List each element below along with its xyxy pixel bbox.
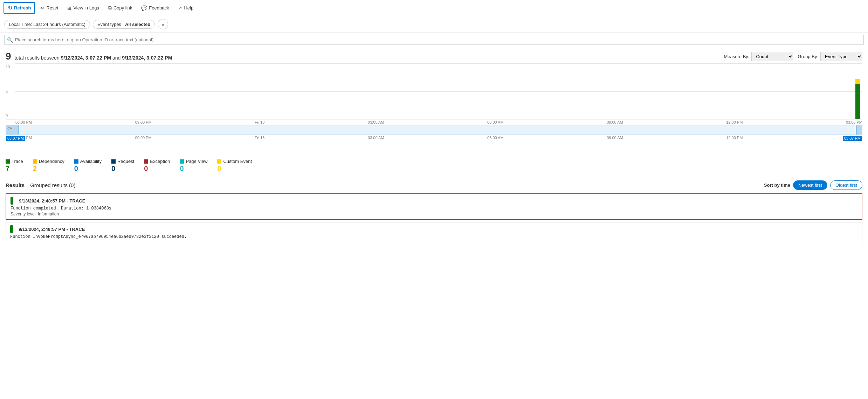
feedback-icon: 💬 (141, 5, 147, 11)
group-by-dropdown[interactable]: Event Type (820, 52, 862, 61)
result-item-0[interactable]: 9/13/2024, 2:48:57 PM - TRACE Function c… (6, 193, 862, 220)
scrubber-icon: ⟳ (7, 125, 12, 132)
feedback-label: Feedback (149, 5, 169, 11)
grid-line-top (15, 63, 862, 64)
measure-by-label: Measure By: (724, 54, 749, 59)
chart-xaxis: 06:00 PM 09:00 PM Fri 13 03:00 AM 06:00 … (6, 119, 862, 124)
search-bar: 🔍 (0, 33, 868, 47)
reset-button[interactable]: ↩ Reset (36, 3, 62, 13)
legend-item-availability: Availability 0 (74, 159, 102, 173)
copy-icon: ⧉ (108, 5, 112, 11)
help-label: Help (184, 5, 193, 11)
legend-item-dependency: Dependency 2 (33, 159, 64, 173)
copy-link-label: Copy link (113, 5, 132, 11)
chart-bar-yellow (855, 79, 860, 84)
help-icon: ↗ (178, 5, 182, 11)
filter-options-button[interactable]: ⬦ (158, 19, 168, 29)
scrubber-right-handle[interactable] (856, 125, 862, 135)
filter-funnel-icon: ⬦ (161, 21, 164, 27)
refresh-label: Refresh (14, 5, 31, 11)
grid-line-mid (15, 91, 862, 92)
chart-container: 10 5 0 06:00 PM 09:00 PM Fri 13 03:00 AM… (0, 63, 868, 124)
legend-item-custom-event: Custom Event 0 (217, 159, 252, 173)
search-wrapper: 🔍 (4, 35, 864, 45)
event-types-value: All selected (125, 22, 150, 27)
oldest-first-button[interactable]: Oldest first (830, 180, 862, 190)
legend-item-page-view: Page View 0 (180, 159, 207, 173)
time-filter-pill[interactable]: Local Time: Last 24 hours (Automatic) (4, 20, 90, 29)
time-label-start: 03:07 PM (6, 136, 25, 141)
feedback-button[interactable]: 💬 Feedback (137, 3, 173, 13)
results-title: Results Grouped results (0) (6, 182, 75, 188)
chart-area[interactable] (15, 63, 862, 119)
summary-row: 9 total results between 9/12/2024, 3:07:… (0, 47, 868, 63)
results-title-label: Results (6, 182, 25, 188)
view-in-logs-label: View in Logs (73, 5, 99, 11)
group-by-group: Group By: Event Type (798, 52, 862, 61)
chart-yaxis: 10 5 0 (6, 63, 15, 119)
results-list: 9/13/2024, 2:48:57 PM - TRACE Function c… (6, 193, 862, 243)
summary-description: total results between (14, 55, 59, 61)
refresh-icon: ↻ (8, 5, 12, 11)
reset-icon: ↩ (40, 5, 44, 11)
sort-group: Sort by time Newest first Oldest first (764, 180, 862, 190)
search-icon: 🔍 (7, 37, 13, 43)
timeline-scrubber[interactable]: ⟳ 03:07 PM 03:07 PM (6, 125, 862, 135)
scrubber-left-handle[interactable]: ⟳ (6, 125, 19, 135)
chart-main[interactable]: 10 5 0 (6, 63, 862, 119)
time-label-end: 03:07 PM (843, 136, 862, 141)
legend-item-trace: Trace 7 (6, 159, 23, 173)
legend-item-request: Request 0 (111, 159, 134, 173)
group-by-label: Group By: (798, 54, 818, 59)
summary-end-time: 9/13/2024, 3:07:22 PM (122, 55, 172, 61)
scrubber-xaxis: 06:00 PM 09:00 PM Fri 13 03:00 AM 06:00 … (6, 135, 862, 140)
reset-label: Reset (46, 5, 58, 11)
view-in-logs-button[interactable]: ⊞ View in Logs (63, 3, 103, 13)
legend-item-exception: Exception 0 (144, 159, 170, 173)
logs-icon: ⊞ (67, 5, 71, 11)
measure-by-dropdown[interactable]: Count (751, 52, 793, 61)
legend: Trace 7 Dependency 2 Availability 0 Requ… (0, 147, 868, 176)
sort-label: Sort by time (764, 183, 790, 188)
results-section: Results Grouped results (0) Sort by time… (0, 176, 868, 243)
event-types-filter-pill[interactable]: Event types = All selected (93, 20, 155, 29)
result-item-1[interactable]: 9/13/2024, 2:48:57 PM - TRACE Function I… (6, 222, 862, 243)
result-count: 9 (6, 51, 11, 62)
chart-bar-green (855, 84, 860, 119)
scrubber-section: ⟳ 03:07 PM 03:07 PM 06:00 PM 09:00 PM Fr… (0, 125, 868, 147)
summary-right: Measure By: Count Group By: Event Type (724, 52, 862, 61)
measure-by-group: Measure By: Count (724, 52, 793, 61)
toolbar: ↻ Refresh ↩ Reset ⊞ View in Logs ⧉ Copy … (0, 0, 868, 16)
search-input[interactable] (4, 35, 864, 45)
refresh-button[interactable]: ↻ Refresh (4, 2, 35, 14)
grouped-results-label: Grouped results (0) (30, 182, 75, 188)
results-header: Results Grouped results (0) Sort by time… (6, 180, 862, 190)
newest-first-button[interactable]: Newest first (793, 180, 827, 190)
filter-bar: Local Time: Last 24 hours (Automatic) Ev… (0, 16, 868, 33)
chart-bar (855, 79, 860, 119)
time-filter-label: Local Time: Last 24 hours (Automatic) (9, 22, 85, 27)
help-button[interactable]: ↗ Help (174, 3, 197, 13)
summary-left: 9 total results between 9/12/2024, 3:07:… (6, 51, 172, 62)
copy-link-button[interactable]: ⧉ Copy link (104, 3, 136, 13)
summary-start-time: 9/12/2024, 3:07:22 PM (61, 55, 111, 61)
event-types-label: Event types = (97, 22, 125, 27)
grid-line-bottom (15, 119, 862, 119)
